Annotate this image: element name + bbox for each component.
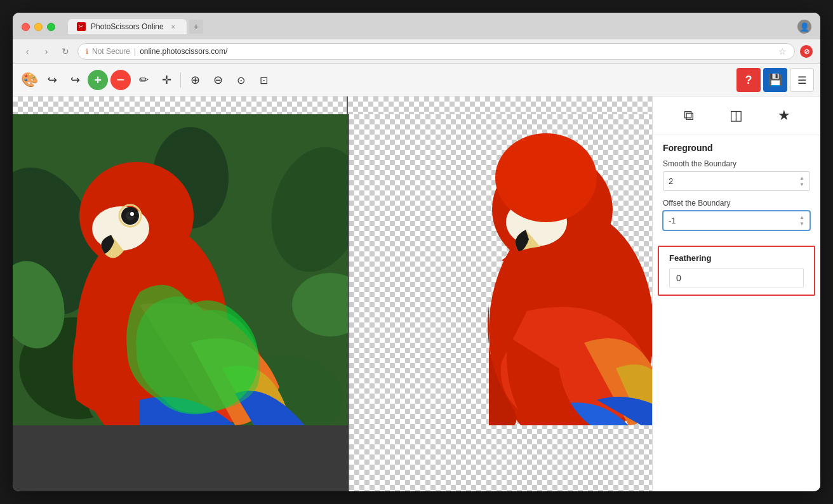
offset-value: -1 bbox=[669, 216, 676, 225]
canvas-header-right bbox=[348, 96, 652, 114]
back-button[interactable]: ‹ bbox=[20, 44, 34, 58]
url-protocol: Not Secure bbox=[92, 47, 130, 56]
help-button[interactable]: ? bbox=[736, 68, 761, 92]
zoom-reset-button[interactable]: ⊡ bbox=[253, 70, 274, 90]
maximize-window-button[interactable] bbox=[47, 23, 55, 31]
address-bar: ‹ › ↻ ℹ Not Secure | online.photoscissor… bbox=[13, 39, 820, 64]
close-window-button[interactable] bbox=[22, 23, 30, 31]
profile-icon[interactable]: 👤 bbox=[797, 20, 811, 34]
redo-button[interactable]: ↪ bbox=[65, 70, 85, 90]
smooth-control[interactable]: 2 ▲ ▼ bbox=[663, 171, 810, 191]
app-logo: 🎨 bbox=[19, 70, 39, 90]
app-toolbar: 🎨 ↩ ↪ + − ✏ ✛ ⊕ ⊖ ⊙ ⊡ ? 💾 ☰ bbox=[13, 64, 820, 96]
toolbar-divider bbox=[180, 72, 181, 88]
url-bar[interactable]: ℹ Not Secure | online.photoscissors.com/… bbox=[77, 43, 795, 60]
zoom-out-button[interactable]: ⊖ bbox=[208, 70, 228, 90]
minimize-window-button[interactable] bbox=[34, 23, 43, 31]
main-content: ⧉ ◫ ★ Foreground Smooth the Boundary 2 ▲ bbox=[13, 96, 820, 491]
add-foreground-button[interactable]: + bbox=[88, 70, 108, 90]
url-text: online.photoscissors.com/ bbox=[140, 47, 227, 56]
security-badge: ⊘ bbox=[800, 45, 813, 58]
feathering-input[interactable] bbox=[669, 268, 804, 288]
canvas-header bbox=[13, 96, 652, 114]
zoom-fit-button[interactable]: ⊙ bbox=[230, 70, 251, 90]
eraser-button[interactable]: ✏ bbox=[133, 70, 154, 90]
canvas-header-left bbox=[13, 96, 348, 114]
offset-spinner[interactable]: ▲ ▼ bbox=[799, 215, 804, 227]
foreground-title: Foreground bbox=[663, 143, 810, 153]
original-image-panel[interactable] bbox=[13, 114, 349, 491]
zoom-in-button[interactable]: ⊕ bbox=[185, 70, 205, 90]
star-tab-button[interactable]: ★ bbox=[773, 104, 796, 127]
svg-point-23 bbox=[495, 133, 597, 222]
left-parrot-svg bbox=[13, 114, 349, 425]
right-panel: ⧉ ◫ ★ Foreground Smooth the Boundary 2 ▲ bbox=[652, 96, 820, 491]
title-bar: ✂ PhotoScissors Online × + 👤 bbox=[13, 13, 820, 39]
offset-label: Offset the Boundary bbox=[663, 199, 810, 208]
toolbar-right-group: ? 💾 ☰ bbox=[736, 68, 814, 92]
canvas-images bbox=[13, 114, 652, 491]
smooth-spinner[interactable]: ▲ ▼ bbox=[799, 175, 804, 187]
new-tab-button[interactable]: + bbox=[189, 20, 203, 34]
bookmark-star-icon[interactable]: ☆ bbox=[778, 46, 787, 56]
forward-button[interactable]: › bbox=[39, 44, 53, 58]
remove-background-button[interactable]: − bbox=[110, 70, 131, 90]
copy-tab-button[interactable]: ◫ bbox=[725, 104, 748, 127]
save-button[interactable]: 💾 bbox=[763, 68, 787, 92]
result-image-panel[interactable] bbox=[349, 114, 652, 491]
smooth-value: 2 bbox=[669, 176, 673, 186]
svg-point-14 bbox=[130, 212, 134, 216]
layers-tab-button[interactable]: ⧉ bbox=[677, 104, 700, 127]
tab-title: PhotoScissors Online bbox=[91, 22, 164, 31]
canvas-area bbox=[13, 96, 652, 491]
lock-icon: ℹ bbox=[86, 48, 88, 56]
tab-bar: ✂ PhotoScissors Online × + bbox=[68, 19, 791, 34]
undo-button[interactable]: ↩ bbox=[42, 70, 62, 90]
traffic-lights bbox=[22, 23, 55, 31]
right-parrot-svg bbox=[349, 114, 652, 425]
tab-favicon: ✂ bbox=[77, 22, 86, 31]
move-button[interactable]: ✛ bbox=[156, 70, 177, 90]
foreground-section: Foreground Smooth the Boundary 2 ▲ ▼ Off… bbox=[653, 135, 820, 246]
smooth-label: Smooth the Boundary bbox=[663, 159, 810, 168]
offset-control[interactable]: -1 ▲ ▼ bbox=[663, 211, 810, 230]
menu-button[interactable]: ☰ bbox=[790, 68, 814, 92]
reload-button[interactable]: ↻ bbox=[58, 44, 72, 58]
tab-close-button[interactable]: × bbox=[169, 22, 178, 31]
feathering-label: Feathering bbox=[669, 253, 804, 263]
active-tab[interactable]: ✂ PhotoScissors Online × bbox=[68, 19, 187, 34]
url-separator: | bbox=[134, 47, 136, 56]
feathering-section: Feathering bbox=[658, 246, 815, 296]
panel-tab-icons: ⧉ ◫ ★ bbox=[653, 96, 820, 135]
